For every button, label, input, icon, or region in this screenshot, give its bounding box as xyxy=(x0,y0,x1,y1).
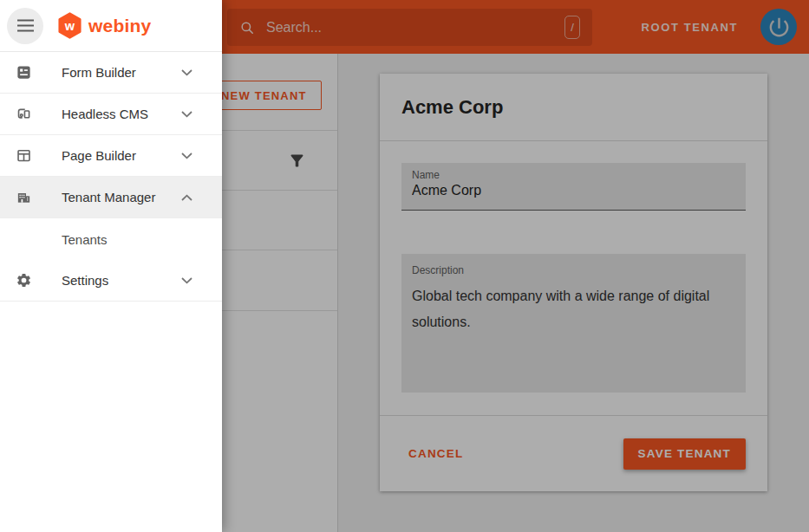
form-builder-icon xyxy=(16,64,32,81)
page-builder-icon xyxy=(16,147,32,164)
sidebar-item-tenants[interactable]: Tenants xyxy=(0,218,222,260)
hamburger-icon xyxy=(17,19,34,32)
chevron-down-icon xyxy=(181,111,192,118)
sidebar-item-tenant-manager[interactable]: Tenant Manager xyxy=(0,177,222,218)
webiny-logo[interactable]: w webiny xyxy=(57,12,151,39)
sidebar-item-label: Form Builder xyxy=(62,65,136,80)
chevron-down-icon xyxy=(181,277,192,284)
chevron-down-icon xyxy=(181,152,192,159)
chevron-up-icon xyxy=(181,194,192,201)
sidebar-item-form-builder[interactable]: Form Builder xyxy=(0,52,222,94)
navigation-drawer: w webiny Form Builder xyxy=(0,0,222,532)
app-window: / ROOT TENANT NEW TENANT xyxy=(0,0,809,532)
sidebar-item-label: Headless CMS xyxy=(62,107,148,121)
chevron-down-icon xyxy=(181,69,192,76)
drawer-header: w webiny xyxy=(0,0,222,52)
sidebar-item-settings[interactable]: Settings xyxy=(0,260,222,302)
sidebar-item-label: Tenants xyxy=(62,232,108,247)
svg-text:w: w xyxy=(64,19,75,33)
sidebar-item-label: Page Builder xyxy=(62,148,136,163)
sidebar-item-headless-cms[interactable]: Headless CMS xyxy=(0,94,222,135)
tenant-manager-icon xyxy=(16,189,32,205)
brand-wordmark: webiny xyxy=(88,16,151,36)
headless-cms-icon xyxy=(16,106,32,122)
sidebar-item-label: Tenant Manager xyxy=(62,190,155,204)
webiny-hexagon-icon: w xyxy=(57,12,82,39)
gear-icon xyxy=(16,272,32,289)
sidebar-item-label: Settings xyxy=(62,273,108,288)
menu-toggle-button[interactable] xyxy=(7,8,43,44)
sidebar-item-page-builder[interactable]: Page Builder xyxy=(0,135,222,177)
drawer-menu: Form Builder Headless CMS xyxy=(0,52,222,302)
